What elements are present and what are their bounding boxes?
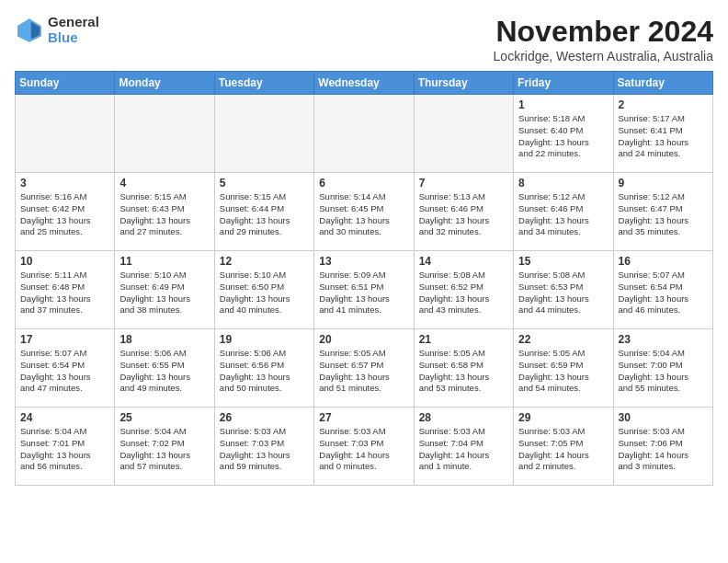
day-info: Sunrise: 5:05 AMSunset: 6:57 PMDaylight:… [319, 348, 408, 395]
weekday-sunday: Sunday [16, 72, 115, 95]
calendar-cell: 14Sunrise: 5:08 AMSunset: 6:52 PMDayligh… [414, 251, 513, 329]
day-number: 26 [220, 411, 309, 424]
day-number: 28 [419, 411, 508, 424]
day-number: 8 [518, 177, 608, 190]
day-info: Sunrise: 5:07 AMSunset: 6:54 PMDaylight:… [20, 348, 109, 395]
day-number: 25 [119, 411, 209, 424]
day-number: 2 [619, 98, 708, 111]
calendar-cell: 19Sunrise: 5:06 AMSunset: 6:56 PMDayligh… [214, 329, 313, 408]
week-row-2: 3Sunrise: 5:16 AMSunset: 6:42 PMDaylight… [16, 173, 713, 251]
day-number: 3 [20, 177, 109, 190]
day-number: 14 [419, 255, 508, 268]
calendar-cell: 6Sunrise: 5:14 AMSunset: 6:45 PMDaylight… [314, 173, 414, 251]
day-info: Sunrise: 5:03 AMSunset: 7:05 PMDaylight:… [518, 426, 608, 473]
day-info: Sunrise: 5:05 AMSunset: 6:58 PMDaylight:… [419, 348, 508, 395]
calendar-cell: 8Sunrise: 5:12 AMSunset: 6:46 PMDaylight… [514, 173, 613, 251]
day-info: Sunrise: 5:15 AMSunset: 6:44 PMDaylight:… [220, 191, 309, 238]
day-number: 22 [518, 333, 608, 346]
page-header: General Blue November 2024 Lockridge, We… [15, 15, 713, 63]
day-number: 5 [220, 177, 309, 190]
weekday-header-row: SundayMondayTuesdayWednesdayThursdayFrid… [16, 72, 713, 95]
calendar-cell: 12Sunrise: 5:10 AMSunset: 6:50 PMDayligh… [214, 251, 313, 329]
day-info: Sunrise: 5:03 AMSunset: 7:04 PMDaylight:… [419, 426, 508, 473]
day-info: Sunrise: 5:05 AMSunset: 6:59 PMDaylight:… [518, 348, 608, 395]
day-number: 6 [319, 177, 408, 190]
day-info: Sunrise: 5:04 AMSunset: 7:00 PMDaylight:… [619, 348, 708, 395]
day-info: Sunrise: 5:11 AMSunset: 6:48 PMDaylight:… [20, 270, 109, 316]
calendar: SundayMondayTuesdayWednesdayThursdayFrid… [15, 71, 713, 486]
day-number: 15 [518, 255, 608, 268]
calendar-cell: 10Sunrise: 5:11 AMSunset: 6:48 PMDayligh… [16, 251, 115, 329]
day-info: Sunrise: 5:14 AMSunset: 6:45 PMDaylight:… [319, 191, 408, 238]
day-info: Sunrise: 5:08 AMSunset: 6:52 PMDaylight:… [419, 270, 508, 316]
day-number: 9 [619, 177, 708, 190]
day-info: Sunrise: 5:03 AMSunset: 7:06 PMDaylight:… [619, 426, 708, 473]
calendar-cell: 28Sunrise: 5:03 AMSunset: 7:04 PMDayligh… [414, 408, 513, 486]
calendar-cell [214, 95, 313, 173]
week-row-3: 10Sunrise: 5:11 AMSunset: 6:48 PMDayligh… [16, 251, 713, 329]
day-info: Sunrise: 5:04 AMSunset: 7:02 PMDaylight:… [119, 426, 209, 473]
calendar-cell: 26Sunrise: 5:03 AMSunset: 7:03 PMDayligh… [214, 408, 313, 486]
day-info: Sunrise: 5:15 AMSunset: 6:43 PMDaylight:… [119, 191, 209, 238]
day-number: 21 [419, 333, 508, 346]
day-number: 10 [20, 255, 109, 268]
calendar-cell [115, 95, 214, 173]
logo-icon [15, 16, 44, 45]
week-row-5: 24Sunrise: 5:04 AMSunset: 7:01 PMDayligh… [16, 408, 713, 486]
calendar-cell: 4Sunrise: 5:15 AMSunset: 6:43 PMDaylight… [115, 173, 214, 251]
day-number: 7 [419, 177, 508, 190]
day-info: Sunrise: 5:10 AMSunset: 6:50 PMDaylight:… [220, 270, 309, 316]
day-info: Sunrise: 5:10 AMSunset: 6:49 PMDaylight:… [119, 270, 209, 316]
day-info: Sunrise: 5:17 AMSunset: 6:41 PMDaylight:… [619, 113, 708, 160]
day-info: Sunrise: 5:12 AMSunset: 6:47 PMDaylight:… [619, 191, 708, 238]
calendar-cell: 9Sunrise: 5:12 AMSunset: 6:47 PMDaylight… [613, 173, 712, 251]
day-number: 23 [619, 333, 708, 346]
calendar-cell: 3Sunrise: 5:16 AMSunset: 6:42 PMDaylight… [16, 173, 115, 251]
calendar-cell: 13Sunrise: 5:09 AMSunset: 6:51 PMDayligh… [314, 251, 414, 329]
day-number: 19 [220, 333, 309, 346]
day-number: 18 [119, 333, 209, 346]
day-number: 13 [319, 255, 408, 268]
calendar-cell: 2Sunrise: 5:17 AMSunset: 6:41 PMDaylight… [613, 95, 712, 173]
logo-text: General Blue [48, 15, 99, 45]
title-area: November 2024 Lockridge, Western Austral… [494, 15, 713, 63]
day-number: 27 [319, 411, 408, 424]
day-number: 11 [119, 255, 209, 268]
svg-marker-2 [17, 18, 30, 42]
day-info: Sunrise: 5:06 AMSunset: 6:55 PMDaylight:… [119, 348, 209, 395]
calendar-cell [314, 95, 414, 173]
calendar-cell: 17Sunrise: 5:07 AMSunset: 6:54 PMDayligh… [16, 329, 115, 408]
calendar-cell: 15Sunrise: 5:08 AMSunset: 6:53 PMDayligh… [514, 251, 613, 329]
day-info: Sunrise: 5:13 AMSunset: 6:46 PMDaylight:… [419, 191, 508, 238]
calendar-cell: 20Sunrise: 5:05 AMSunset: 6:57 PMDayligh… [314, 329, 414, 408]
month-title: November 2024 [494, 15, 713, 49]
calendar-cell: 27Sunrise: 5:03 AMSunset: 7:03 PMDayligh… [314, 408, 414, 486]
day-info: Sunrise: 5:04 AMSunset: 7:01 PMDaylight:… [20, 426, 109, 473]
week-row-4: 17Sunrise: 5:07 AMSunset: 6:54 PMDayligh… [16, 329, 713, 408]
calendar-cell: 25Sunrise: 5:04 AMSunset: 7:02 PMDayligh… [115, 408, 214, 486]
day-number: 30 [619, 411, 708, 424]
calendar-cell: 22Sunrise: 5:05 AMSunset: 6:59 PMDayligh… [514, 329, 613, 408]
calendar-cell: 11Sunrise: 5:10 AMSunset: 6:49 PMDayligh… [115, 251, 214, 329]
calendar-cell: 7Sunrise: 5:13 AMSunset: 6:46 PMDaylight… [414, 173, 513, 251]
day-info: Sunrise: 5:18 AMSunset: 6:40 PMDaylight:… [518, 113, 608, 160]
day-number: 12 [220, 255, 309, 268]
day-number: 4 [119, 177, 209, 190]
day-number: 24 [20, 411, 109, 424]
calendar-cell: 29Sunrise: 5:03 AMSunset: 7:05 PMDayligh… [514, 408, 613, 486]
calendar-cell: 1Sunrise: 5:18 AMSunset: 6:40 PMDaylight… [514, 95, 613, 173]
calendar-cell: 16Sunrise: 5:07 AMSunset: 6:54 PMDayligh… [613, 251, 712, 329]
day-info: Sunrise: 5:12 AMSunset: 6:46 PMDaylight:… [518, 191, 608, 238]
day-info: Sunrise: 5:08 AMSunset: 6:53 PMDaylight:… [518, 270, 608, 316]
calendar-cell: 18Sunrise: 5:06 AMSunset: 6:55 PMDayligh… [115, 329, 214, 408]
day-info: Sunrise: 5:03 AMSunset: 7:03 PMDaylight:… [319, 426, 408, 473]
weekday-friday: Friday [514, 72, 613, 95]
calendar-cell: 21Sunrise: 5:05 AMSunset: 6:58 PMDayligh… [414, 329, 513, 408]
logo: General Blue [15, 15, 99, 45]
calendar-cell [16, 95, 115, 173]
weekday-wednesday: Wednesday [314, 72, 414, 95]
calendar-cell [414, 95, 513, 173]
day-number: 29 [518, 411, 608, 424]
logo-blue: Blue [48, 30, 99, 46]
day-info: Sunrise: 5:03 AMSunset: 7:03 PMDaylight:… [220, 426, 309, 473]
